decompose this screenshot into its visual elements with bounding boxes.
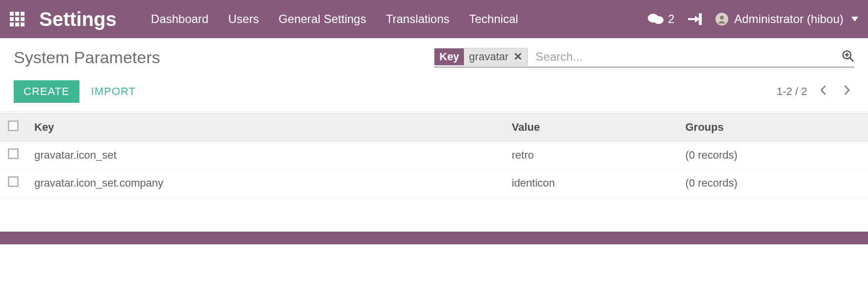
user-icon xyxy=(717,15,726,24)
avatar xyxy=(715,13,728,25)
apps-icon[interactable] xyxy=(10,12,25,26)
message-count: 2 xyxy=(668,12,674,26)
control-panel: System Parameters Key gravatar ✕ CREATE … xyxy=(0,38,868,112)
chevron-left-icon xyxy=(820,85,827,95)
messaging-menu[interactable]: 2 xyxy=(647,12,674,26)
app-brand[interactable]: Settings xyxy=(39,8,117,30)
column-groups[interactable]: Groups xyxy=(678,114,868,142)
facet-remove-icon[interactable]: ✕ xyxy=(513,50,522,63)
row-checkbox[interactable] xyxy=(8,148,19,159)
table-row[interactable]: gravatar.icon_set retro (0 records) xyxy=(0,142,868,169)
pager-range: 1-2 / 2 xyxy=(777,85,807,98)
table-header-row: Key Value Groups xyxy=(0,114,868,142)
nav-right: 2 Administrator (hibou) xyxy=(647,12,858,26)
column-key[interactable]: Key xyxy=(26,114,504,142)
cell-key: gravatar.icon_set.company xyxy=(26,169,504,197)
search-input[interactable] xyxy=(533,48,842,66)
buttons-row: CREATE IMPORT xyxy=(14,80,434,103)
column-value[interactable]: Value xyxy=(504,114,678,142)
nav-links: Dashboard Users General Settings Transla… xyxy=(151,12,518,26)
svg-rect-2 xyxy=(699,13,702,25)
row-checkbox[interactable] xyxy=(8,176,19,187)
chevron-right-icon xyxy=(843,85,850,95)
caret-down-icon xyxy=(851,17,858,22)
cell-value: retro xyxy=(504,142,678,169)
svg-line-5 xyxy=(850,58,853,61)
user-label: Administrator (hibou) xyxy=(734,12,843,26)
cell-value: identicon xyxy=(504,169,678,197)
search-facet: Key gravatar ✕ xyxy=(434,48,528,66)
signin-icon[interactable] xyxy=(688,13,702,25)
cell-key: gravatar.icon_set xyxy=(26,142,504,169)
nav-dashboard[interactable]: Dashboard xyxy=(151,12,208,26)
svg-point-3 xyxy=(720,16,724,20)
nav-general-settings[interactable]: General Settings xyxy=(279,12,366,26)
footer-bar xyxy=(0,232,868,244)
nav-translations[interactable]: Translations xyxy=(386,12,450,26)
facet-value: gravatar ✕ xyxy=(464,48,527,65)
cell-groups: (0 records) xyxy=(678,142,868,169)
user-menu[interactable]: Administrator (hibou) xyxy=(715,12,858,26)
page-title: System Parameters xyxy=(14,48,434,67)
table-row[interactable]: gravatar.icon_set.company identicon (0 r… xyxy=(0,169,868,197)
chat-icon xyxy=(647,13,664,25)
parameters-table: Key Value Groups gravatar.icon_set retro… xyxy=(0,113,868,197)
nav-users[interactable]: Users xyxy=(228,12,259,26)
top-navbar: Settings Dashboard Users General Setting… xyxy=(0,0,868,38)
facet-value-text: gravatar xyxy=(469,50,509,63)
select-all-checkbox[interactable] xyxy=(8,120,19,131)
pager-prev[interactable] xyxy=(816,83,831,100)
pager: 1-2 / 2 xyxy=(434,80,854,103)
facet-label: Key xyxy=(434,48,464,65)
create-button[interactable]: CREATE xyxy=(14,80,79,103)
search-bar[interactable]: Key gravatar ✕ xyxy=(434,47,854,68)
svg-point-1 xyxy=(654,16,664,24)
nav-technical[interactable]: Technical xyxy=(469,12,518,26)
search-expand-icon[interactable] xyxy=(842,49,854,65)
pager-next[interactable] xyxy=(840,83,854,100)
cell-groups: (0 records) xyxy=(678,169,868,197)
import-button[interactable]: IMPORT xyxy=(91,85,136,98)
